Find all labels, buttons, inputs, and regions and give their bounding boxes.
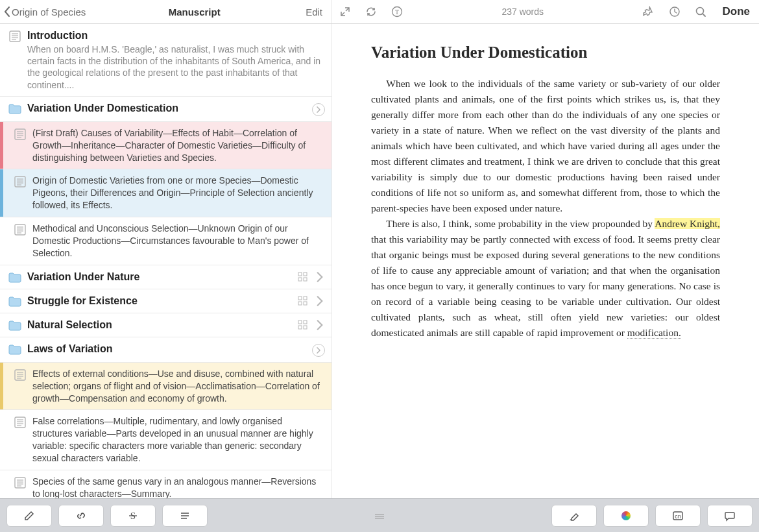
folder-row[interactable]: Variation Under Nature (0, 265, 331, 289)
fullscreen-button[interactable] (332, 6, 358, 18)
document-row[interactable]: Effects of external conditions—Use and d… (0, 363, 331, 411)
folder-icon (6, 295, 23, 308)
footnote-icon (672, 510, 684, 522)
grid-icon[interactable] (298, 296, 308, 306)
row-body: (First Draft) Causes of Variability—Effe… (32, 127, 321, 164)
document-row[interactable]: Species of the same genus vary in an ana… (0, 470, 331, 498)
document-icon (12, 368, 29, 381)
row-title: Variation Under Nature (27, 271, 294, 284)
document-row[interactable]: Methodical and Unconscious Selection—Unk… (0, 217, 331, 265)
strikethrough-button[interactable] (110, 505, 156, 527)
link-icon (75, 510, 87, 522)
highlighter-icon (568, 510, 580, 522)
sync-button[interactable] (358, 6, 384, 18)
search-icon (695, 6, 706, 18)
row-title: Variation Under Domestication (27, 102, 308, 115)
row-body: Methodical and Unconscious Selection—Unk… (32, 223, 321, 260)
strikethrough-icon (127, 510, 139, 522)
document-paragraph[interactable]: When we look to the individuals of the s… (371, 76, 720, 216)
document-icon (12, 127, 29, 140)
highlighted-text: Andrew Knight, (655, 218, 720, 229)
document-icon (6, 29, 23, 42)
document-icon (12, 223, 29, 236)
folder-icon (6, 319, 23, 332)
row-title: Natural Selection (27, 319, 294, 332)
sync-icon (365, 6, 377, 18)
pin-button[interactable] (636, 6, 662, 18)
chevron-left-icon (3, 5, 12, 18)
row-body: Species of the same genus vary in an ana… (32, 476, 321, 498)
binder-sidebar[interactable]: IntroductionWhen on board H.M.S. 'Beagle… (0, 24, 332, 498)
toolbar-grip[interactable] (214, 513, 545, 519)
color-wheel-icon (621, 511, 631, 520)
top-toolbar: Origin of Species Manuscript Edit 237 wo… (0, 0, 759, 24)
document-row[interactable]: Origin of Domestic Varieties from one or… (0, 169, 331, 217)
folder-icon (6, 271, 23, 284)
document-row[interactable]: (First Draft) Causes of Variability—Effe… (0, 122, 331, 170)
row-title: Struggle for Existence (27, 295, 294, 308)
row-title: Introduction (27, 29, 321, 42)
document-icon (12, 415, 29, 428)
lines-icon (179, 510, 191, 522)
binder-title: Manuscript (92, 6, 296, 18)
editor-header: 237 words Done (332, 0, 759, 23)
grid-icon[interactable] (298, 272, 308, 282)
edit-button[interactable]: Edit (296, 6, 331, 18)
color-button[interactable] (603, 505, 649, 527)
chevron-right-icon[interactable] (315, 320, 325, 330)
row-subtitle: When on board H.M.S. 'Beagle,' as natura… (27, 43, 321, 91)
folder-row[interactable]: Laws of Variation (0, 337, 331, 363)
history-button[interactable] (662, 6, 688, 18)
comment-button[interactable] (707, 505, 753, 527)
annotate-button[interactable] (6, 505, 52, 527)
dotted-text: modification. (627, 327, 681, 339)
chevron-right-icon[interactable] (315, 272, 325, 282)
chevron-right-icon (316, 106, 321, 113)
document-icon (12, 476, 29, 489)
grip-icon (374, 513, 385, 519)
folder-icon (6, 102, 23, 115)
folder-icon (6, 343, 23, 356)
paragraph-button[interactable] (162, 505, 208, 527)
pencil-icon (23, 510, 35, 522)
row-body: Effects of external conditions—Use and d… (32, 368, 321, 405)
expand-icon (339, 6, 351, 18)
disclosure-button[interactable] (312, 103, 325, 116)
bottom-toolbar (0, 498, 759, 532)
editor-pane[interactable]: Variation Under Domestication When we lo… (332, 24, 759, 498)
folder-row[interactable]: Variation Under Domestication (0, 97, 331, 122)
row-body: False correlations—Multiple, rudimentary… (32, 415, 321, 465)
document-paragraph[interactable]: There is also, I think, some probability… (371, 216, 720, 341)
highlighter-button[interactable] (551, 505, 597, 527)
document-row[interactable]: False correlations—Multiple, rudimentary… (0, 410, 331, 470)
document-icon (12, 175, 29, 187)
grid-icon[interactable] (298, 320, 308, 330)
comment-icon (724, 510, 736, 522)
footnote-button[interactable] (655, 505, 701, 527)
document-row[interactable]: IntroductionWhen on board H.M.S. 'Beagle… (0, 24, 331, 97)
folder-row[interactable]: Natural Selection (0, 313, 331, 337)
typewriter-icon (391, 6, 403, 18)
pin-icon (643, 6, 655, 18)
back-label: Origin of Species (12, 6, 86, 18)
chevron-right-icon (316, 347, 321, 354)
document-title: Variation Under Domestication (371, 43, 720, 62)
typewriter-button[interactable] (384, 6, 410, 18)
link-button[interactable] (58, 505, 104, 527)
row-title: Laws of Variation (27, 343, 308, 356)
folder-row[interactable]: Struggle for Existence (0, 289, 331, 313)
done-button[interactable]: Done (714, 5, 760, 18)
disclosure-button[interactable] (312, 344, 325, 357)
binder-header: Origin of Species Manuscript Edit (0, 0, 332, 23)
word-count: 237 words (410, 6, 636, 17)
row-body: Origin of Domestic Varieties from one or… (32, 175, 321, 212)
back-button[interactable]: Origin of Species (0, 5, 92, 18)
chevron-right-icon[interactable] (315, 296, 325, 306)
clock-icon (669, 6, 681, 18)
main: IntroductionWhen on board H.M.S. 'Beagle… (0, 24, 759, 498)
search-button[interactable] (688, 6, 714, 18)
